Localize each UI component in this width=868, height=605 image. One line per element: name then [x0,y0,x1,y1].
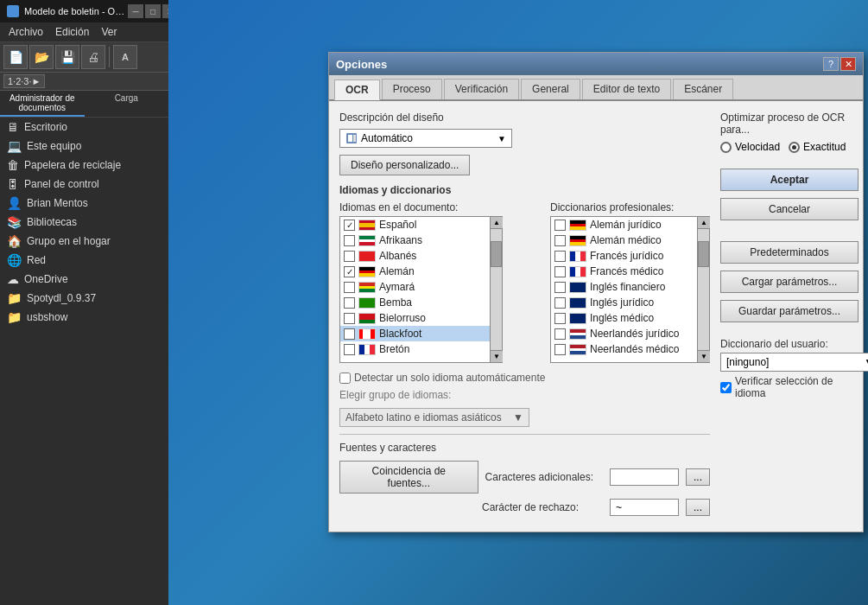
lang-list-scrollbar[interactable]: ▲ ▼ [491,216,503,363]
dict-checkbox-frances-med[interactable] [554,266,566,277]
nav-bar: 1·2·3·► [0,73,168,91]
tab-ocr[interactable]: OCR [334,80,380,100]
detect-auto-checkbox[interactable] [339,373,351,384]
extra-chars-btn[interactable]: ... [686,468,710,486]
sidebar-item-onedrive[interactable]: ☁ OneDrive [0,270,168,289]
group-dropdown[interactable]: Alfabeto latino e idiomas asiáticos ▼ [339,408,529,427]
radio-velocidad[interactable]: Velocidad [720,141,780,153]
reject-input[interactable] [610,499,679,516]
flag-albania [358,251,376,262]
page-nav[interactable]: 1·2·3·► [3,74,45,88]
menu-ver[interactable]: Ver [96,24,122,40]
sidebar-item-spotydl[interactable]: 📁 Spotydl_0.9.37 [0,289,168,308]
dict-checkbox-neerlan-jur[interactable] [554,328,566,340]
dict-checkbox-neerlan-med[interactable] [554,344,566,355]
sidebar-item-red[interactable]: 🌐 Red [0,251,168,270]
menu-edicion[interactable]: Edición [50,24,94,40]
reject-btn[interactable]: ... [686,499,710,516]
lang-checkbox-breton[interactable] [344,344,355,355]
lang-item-bemba[interactable]: Bemba [340,295,490,310]
maximize-button[interactable]: □ [145,4,161,18]
sidebar-item-grupo[interactable]: 🏠 Grupo en el hogar [0,232,168,251]
language-list[interactable]: ✓ Español [339,216,491,363]
lang-checkbox-blackfoot[interactable] [344,328,355,340]
dict-item-neerlan-med[interactable]: Neerlandés médico [551,341,697,357]
open-button[interactable]: 📂 [29,45,54,69]
dict-checkbox-aleman-med[interactable] [554,235,566,246]
spotydl-icon: 📁 [7,291,22,305]
flag-zambia [358,297,376,309]
print-button[interactable]: 🖨 [81,45,105,69]
lang-item-bielorruso[interactable]: Bielorruso [340,310,490,326]
lang-item-albanes[interactable]: Albanés [340,248,490,264]
dialog-help-button[interactable]: ? [823,57,839,71]
layout-dropdown[interactable]: Automático ▼ [339,129,512,148]
dict-checkbox-ingles-med[interactable] [554,313,566,324]
sidebar-item-usbshow[interactable]: 📁 usbshow [0,308,168,327]
flag-france [358,344,376,355]
dict-item-ingles-fin[interactable]: Inglés financiero [551,279,697,295]
new-button[interactable]: 📄 [3,45,28,69]
dict-item-aleman-med[interactable]: Alemán médico [551,232,697,248]
save-params-button[interactable]: Guardar parámetros... [720,300,858,322]
lang-checkbox-espanol[interactable]: ✓ [344,220,355,231]
font-match-button[interactable]: Coincidencia de fuentes... [339,461,478,494]
text-button[interactable]: A [113,45,137,69]
tab-verificacion[interactable]: Verificación [444,79,519,99]
lang-item-afrikaans[interactable]: Afrikaans [340,232,490,248]
dict-item-ingles-jur[interactable]: Inglés jurídico [551,295,697,310]
ocr-opt-label: Optimizar proceso de OCR para... [720,111,858,136]
user-dict-dropdown[interactable]: [ninguno] ▼ [720,353,868,372]
extra-chars-input[interactable] [610,468,679,486]
custom-design-button[interactable]: Diseño personalizado... [339,155,470,175]
lang-checkbox-bemba[interactable] [344,297,355,309]
dict-item-frances-med[interactable]: Francés médico [551,264,697,279]
save-button[interactable]: 💾 [55,45,79,69]
dict-list-scrollbar[interactable]: ▲ ▼ [698,216,710,363]
lang-checkbox-bielorruso[interactable] [344,313,355,324]
lang-checkbox-aleman[interactable]: ✓ [344,266,355,277]
flag-germany-jur [569,220,586,231]
dict-checkbox-frances-jur[interactable] [554,251,566,262]
dict-item-neerlan-jur[interactable]: Neerlandés jurídico [551,326,697,341]
lang-item-aymara[interactable]: Aymará [340,279,490,295]
lang-item-espanol[interactable]: ✓ Español [340,217,490,232]
dict-checkbox-aleman-jur[interactable] [554,220,566,231]
sidebar-item-escritorio[interactable]: 🖥 Escritorio [0,118,168,137]
tab-doc-manager[interactable]: Administrador de documentos [0,91,85,117]
dict-list[interactable]: Alemán jurídico Alemán médico [550,216,698,363]
sidebar-item-bibliotecas[interactable]: 📚 Bibliotecas [0,213,168,232]
dict-item-frances-jur[interactable]: Francés jurídico [551,248,697,264]
radio-exactitud[interactable]: Exactitud [789,141,846,153]
defaults-button[interactable]: Predeterminados [720,241,858,264]
dialog-close-button[interactable]: ✕ [840,57,856,71]
dict-item-ingles-med[interactable]: Inglés médico [551,310,697,326]
sidebar-item-panel[interactable]: 🎛 Panel de control [0,175,168,194]
lang-item-blackfoot[interactable]: Blackfoot [340,326,490,341]
lang-item-aleman[interactable]: ✓ Alemán [340,264,490,279]
lang-checkbox-aymara[interactable] [344,282,355,293]
tab-load[interactable]: Carga [85,91,169,117]
menu-archivo[interactable]: Archivo [3,24,48,40]
dict-checkbox-ingles-jur[interactable] [554,297,566,309]
accept-button[interactable]: Aceptar [720,169,858,191]
lang-item-breton[interactable]: Bretón [340,341,490,357]
minimize-button[interactable]: ─ [128,4,143,18]
sidebar-item-equipo[interactable]: 💻 Este equipo [0,137,168,156]
layout-label: Descripción del diseño [339,111,710,124]
dict-checkbox-ingles-fin[interactable] [554,282,566,293]
tab-scanner[interactable]: Escáner [673,79,733,99]
lang-checkbox-albanes[interactable] [344,251,355,262]
sidebar-item-papelera[interactable]: 🗑 Papelera de reciclaje [0,156,168,175]
tab-general[interactable]: General [521,79,580,99]
tab-editor-texto[interactable]: Editor de texto [582,79,671,99]
papelera-icon: 🗑 [7,158,19,172]
sidebar-item-brian[interactable]: 👤 Brian Mentos [0,194,168,213]
dict-item-aleman-jur[interactable]: Alemán jurídico [551,217,697,232]
load-params-button[interactable]: Cargar parámetros... [720,271,858,293]
cancel-button[interactable]: Cancelar [720,198,858,220]
dialog-title-text: Opciones [336,58,387,71]
lang-checkbox-afrikaans[interactable] [344,235,355,246]
verify-checkbox[interactable] [720,382,732,393]
tab-proceso[interactable]: Proceso [382,79,442,99]
